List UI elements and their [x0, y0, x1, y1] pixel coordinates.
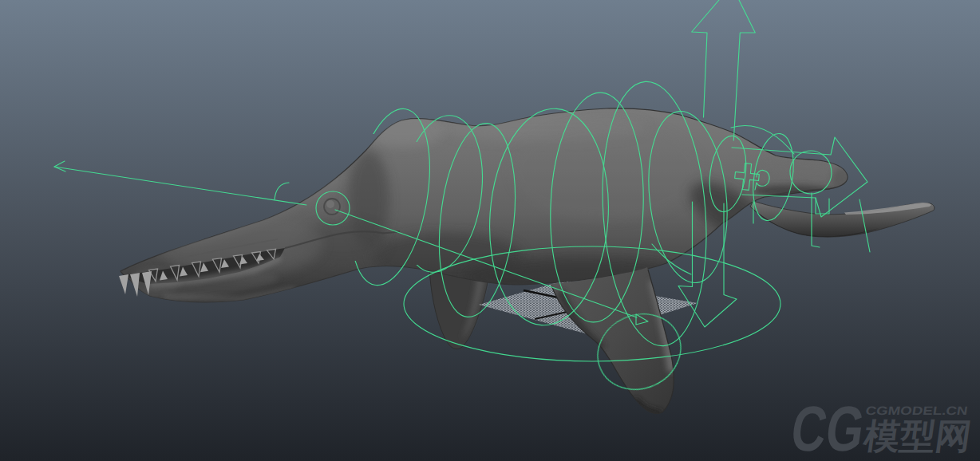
svg-text:CGMODEL.CN: CGMODEL.CN: [864, 404, 968, 417]
svg-text:CG: CG: [787, 392, 869, 461]
svg-text:模型网: 模型网: [861, 416, 974, 455]
